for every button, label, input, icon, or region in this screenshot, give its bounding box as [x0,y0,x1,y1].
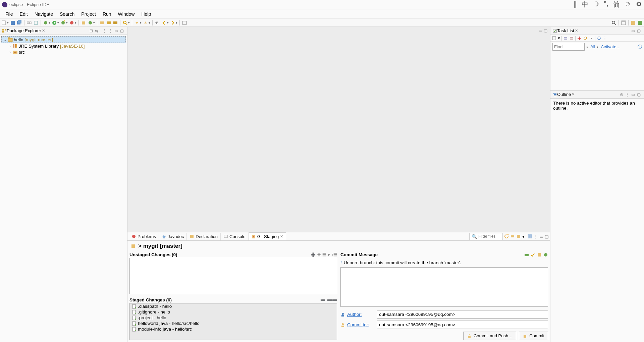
close-icon[interactable]: ✕ [575,28,578,33]
unstage-all-icon[interactable]: ➖➖ [327,298,337,302]
help-icon[interactable]: ⓘ [638,44,642,50]
new-class-dropdown[interactable]: ▾ [93,21,95,24]
new-task-icon[interactable] [552,36,556,41]
run-dropdown[interactable]: ▾ [57,21,59,24]
amend-icon[interactable] [524,252,529,257]
tab-git-staging[interactable]: Git Staging ✕ [249,232,286,240]
minimize-icon[interactable]: ▭ [539,234,543,239]
switch-icon[interactable] [26,20,32,25]
perspective-icon[interactable] [621,20,626,25]
punctuation-icon[interactable]: °, [604,0,608,9]
close-icon[interactable]: ✕ [572,92,575,97]
presentation-dd[interactable]: ▾ [328,252,330,257]
settings-gear-icon[interactable]: ⚙ [636,0,642,9]
caret-icon[interactable]: ▸ [597,45,599,49]
task-find-input[interactable] [552,43,585,51]
hide-icon[interactable] [583,36,588,41]
scheduled-icon[interactable] [569,36,574,41]
editor-area[interactable]: ▭ ▢ [127,27,550,232]
forward-icon[interactable] [170,20,175,25]
minimize-icon[interactable]: ▭ [114,28,118,33]
maximize-icon[interactable]: ▢ [637,28,641,33]
outline-tab[interactable]: Outline ✕ ⊙ ⋮ ▭ ▢ [550,91,644,99]
tab-declaration[interactable]: Declaration [187,233,221,240]
focus-workweek-icon[interactable] [577,36,582,41]
moon-icon[interactable]: ☽ [593,0,599,9]
new-icon[interactable] [1,20,7,25]
repo-dropdown-icon[interactable] [516,234,521,239]
add-selected-icon[interactable]: ✚ [317,252,321,257]
author-input[interactable] [377,310,548,319]
preview-icon[interactable] [543,252,548,257]
debug-icon[interactable] [43,20,48,25]
commit-message-textarea[interactable] [340,267,548,307]
prev-annotation-icon[interactable] [143,20,148,25]
focus-task-icon[interactable]: ⋮ [102,28,106,33]
menu-project[interactable]: Project [78,10,99,18]
focus-icon[interactable]: ⊙ [620,92,623,97]
author-label[interactable]: Author: [347,312,375,317]
menu-search[interactable]: Search [56,10,78,18]
expand-caret-icon[interactable]: ⌄ [2,38,8,42]
back-icon[interactable] [161,20,167,25]
tab-console[interactable]: Console [221,233,249,240]
committer-label[interactable]: Committer: [347,322,375,327]
task-all-link[interactable]: All [590,44,595,49]
forward-dropdown[interactable]: ▾ [176,21,177,24]
view-menu-icon[interactable]: ⋮ [625,92,629,97]
sort-icon[interactable]: ↕☰ [331,252,337,257]
repo-dd[interactable]: ▾ [522,234,525,239]
filter-files-box[interactable]: 🔍 [469,233,503,240]
src-folder-node[interactable]: › src [1,49,126,55]
menu-help[interactable]: Help [138,10,154,18]
prev-ann-dropdown[interactable]: ▾ [149,21,150,24]
simplified-icon[interactable]: 简 [613,0,620,9]
project-node-hello[interactable]: ⌄ hello [mygit master] [1,36,126,43]
minimize-icon[interactable]: ▭ [539,28,542,33]
maximize-icon[interactable]: ▢ [544,28,547,33]
view-menu-icon[interactable]: ⋮ [108,28,112,33]
quick-access-icon[interactable] [611,20,616,25]
menu-file[interactable]: File [2,10,16,18]
next-ann-dropdown[interactable]: ▾ [140,21,142,24]
ime-lang-icon[interactable]: 中 [582,0,588,9]
new-class-icon[interactable] [88,20,93,25]
open-task-icon[interactable] [106,20,111,25]
signoff-icon[interactable] [531,252,535,257]
staged-item[interactable]: .classpath - hello [130,303,337,309]
maximize-icon[interactable]: ▢ [120,28,124,33]
view-menu-icon[interactable]: ⋮ [534,234,538,239]
staged-item[interactable]: .project - hello [130,315,337,321]
collapse-icon[interactable] [589,36,594,41]
last-edit-icon[interactable] [155,20,160,25]
package-explorer-tab[interactable]: Package Explorer ✕ ⊟ ⇆ ⋮ ⋮ ▭ ▢ [0,27,127,35]
refresh-icon[interactable] [504,234,509,239]
maximize-icon[interactable]: ▢ [637,92,641,97]
presentation-list-icon[interactable]: ☰ [322,252,326,257]
collapse-caret-icon[interactable]: › [7,50,13,54]
staged-item[interactable]: module-info.java - hello/src [130,326,337,332]
maximize-icon[interactable]: ▢ [545,234,549,239]
coverage-dropdown[interactable]: ▾ [66,21,68,24]
categorize-icon[interactable] [563,36,568,41]
synchronize-icon[interactable] [597,36,601,41]
search-dropdown[interactable]: ▾ [128,21,130,24]
commit-and-push-button[interactable]: Commit and Push… [463,332,516,340]
open-resource-icon[interactable] [113,20,118,25]
close-icon[interactable]: ✕ [280,234,283,239]
commit-button[interactable]: Commit [519,332,548,340]
staged-item[interactable]: helloworld.java - hello/src/hello [130,321,337,326]
unstaged-list[interactable] [129,258,337,294]
external-tools-icon[interactable] [69,20,74,25]
new-dropdown[interactable]: ▾ [7,21,9,24]
filter-files-input[interactable] [478,234,502,239]
search-toolbar-icon[interactable] [122,20,128,25]
add-all-icon[interactable]: ➕ [311,252,316,257]
new-task-dd[interactable]: ▾ [558,36,560,41]
collapse-all-icon[interactable]: ⊟ [90,28,93,33]
tab-javadoc[interactable]: @ Javadoc [159,233,187,240]
menu-window[interactable]: Window [115,10,138,18]
column-layout-icon[interactable] [528,234,532,239]
coverage-icon[interactable] [60,20,66,25]
unstage-selected-icon[interactable]: ➖ [320,298,325,302]
